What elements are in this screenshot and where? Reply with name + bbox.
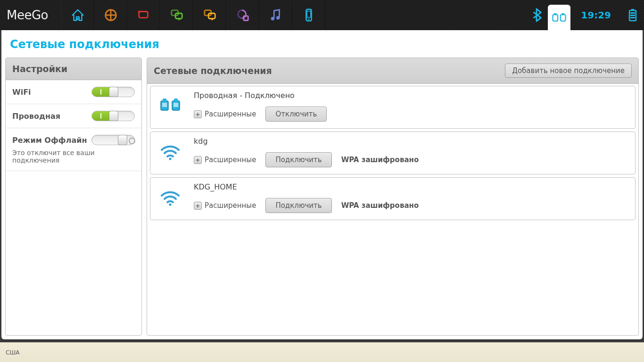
network-type-icon: [157, 91, 183, 112]
svg-point-15: [308, 18, 310, 20]
network-type-icon: [157, 137, 183, 160]
main-header-title: Сетевые подключения: [154, 66, 272, 76]
panel-title: Сетевые подключения: [1, 30, 643, 58]
wifi-icon: [160, 189, 181, 206]
top-toolbar: MeeGo: [0, 0, 644, 30]
svg-rect-11: [244, 16, 248, 20]
plus-icon: +: [194, 156, 202, 164]
network-name: Проводная - Подключено: [194, 91, 628, 100]
svg-rect-20: [562, 13, 565, 15]
svg-rect-28: [163, 99, 166, 101]
wired-toggle[interactable]: [91, 111, 135, 121]
svg-rect-19: [554, 13, 557, 15]
svg-rect-24: [630, 15, 635, 16]
expand-label: Расширенные: [205, 110, 256, 118]
offline-label: Режим Оффлайн: [12, 136, 87, 145]
sidebar-row-offline: Режим Оффлайн Это отключит все ваши подк…: [6, 128, 141, 171]
apps-icon: [104, 8, 118, 22]
plus-icon: +: [194, 110, 202, 118]
bluetooth-icon: [530, 8, 543, 22]
network-action-button[interactable]: Подключить: [265, 152, 331, 167]
network-name: kdg: [194, 137, 628, 146]
svg-rect-4: [139, 12, 148, 18]
zone-home-button[interactable]: [61, 0, 94, 30]
status-area: 19:29: [525, 0, 644, 30]
wired-label: Проводная: [12, 112, 60, 121]
network-status-button[interactable]: [548, 5, 570, 30]
home-icon: [71, 8, 85, 22]
battery-status-button[interactable]: [621, 0, 644, 30]
expand-label: Расширенные: [205, 156, 256, 164]
network-type-icon: [157, 182, 183, 206]
expand-toggle[interactable]: +Расширенные: [194, 110, 256, 118]
network-list-pane: Сетевые подключения Добавить новое подкл…: [147, 58, 639, 336]
svg-rect-18: [561, 15, 566, 21]
svg-point-32: [169, 157, 171, 160]
battery-icon: [628, 8, 637, 22]
network-item: kdg+РасширенныеПодключитьWPA зашифровано: [150, 132, 636, 174]
zone-status-button[interactable]: [160, 0, 193, 30]
svg-rect-22: [631, 9, 634, 10]
svg-rect-31: [173, 103, 178, 107]
svg-rect-17: [553, 15, 558, 21]
expand-label: Расширенные: [205, 201, 256, 210]
main-header: Сетевые подключения Добавить новое подкл…: [147, 58, 638, 84]
network-security: WPA зашифровано: [341, 201, 419, 210]
chat-green-icon: [170, 8, 184, 22]
sidebar-row-wired: Проводная: [6, 104, 141, 128]
svg-rect-0: [77, 18, 79, 20]
chat-yellow-icon: [203, 8, 217, 22]
svg-rect-23: [630, 12, 635, 14]
settings-sidebar: Настройки WiFi Проводная Режим Оффлайн Э…: [5, 58, 142, 336]
svg-rect-25: [630, 17, 635, 18]
svg-rect-29: [174, 99, 178, 101]
network-action-button[interactable]: Отключить: [265, 107, 327, 122]
globe-icon: [236, 8, 250, 22]
zone-devices-button[interactable]: [292, 0, 325, 30]
network-item: Проводная - Подключено+РасширенныеОтключ…: [150, 86, 636, 129]
zone-internet-button[interactable]: [226, 0, 259, 30]
network-panel: Сетевые подключения Настройки WiFi Прово…: [1, 30, 643, 339]
svg-point-13: [276, 16, 280, 20]
sidebar-header: Настройки: [6, 58, 141, 80]
add-connection-button[interactable]: Добавить новое подключение: [505, 64, 632, 78]
network-item: KDG_HOME+РасширенныеПодключитьWPA зашифр…: [150, 177, 636, 220]
music-icon: [269, 8, 283, 22]
clock[interactable]: 19:29: [570, 9, 621, 21]
expand-toggle[interactable]: +Расширенные: [194, 156, 256, 164]
wired-network-icon: [552, 12, 566, 23]
keyboard-locale[interactable]: США: [6, 349, 19, 356]
zone-people-button[interactable]: [193, 0, 226, 30]
os-logo: MeeGo: [0, 8, 61, 22]
svg-rect-5: [138, 11, 141, 13]
bluetooth-status-button[interactable]: [525, 0, 548, 30]
network-action-button[interactable]: Подключить: [265, 198, 331, 213]
bottom-bar: США: [0, 342, 644, 362]
zone-apps-button[interactable]: [94, 0, 127, 30]
svg-point-33: [169, 203, 171, 206]
network-name: KDG_HOME: [194, 182, 628, 191]
sidebar-row-wifi: WiFi: [6, 80, 141, 104]
wifi-label: WiFi: [12, 88, 31, 97]
phone-icon: [302, 8, 316, 22]
plus-icon: +: [194, 202, 202, 210]
offline-hint: Это отключит все ваши подключения: [12, 149, 135, 164]
wired-icon: [159, 98, 181, 112]
wifi-icon: [160, 143, 181, 160]
network-list: Проводная - Подключено+РасширенныеОтключ…: [147, 84, 638, 225]
zones-icon: [137, 8, 151, 22]
network-security: WPA зашифровано: [341, 156, 419, 164]
zone-zones-button[interactable]: [127, 0, 160, 30]
offline-toggle[interactable]: [91, 135, 135, 145]
wifi-toggle[interactable]: [91, 87, 135, 97]
zone-media-button[interactable]: [259, 0, 292, 30]
svg-rect-30: [162, 103, 167, 107]
expand-toggle[interactable]: +Расширенные: [194, 201, 256, 210]
svg-rect-16: [307, 11, 311, 17]
